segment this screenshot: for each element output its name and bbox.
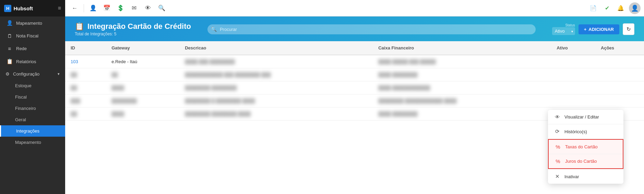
col-gateway: Gateway bbox=[106, 41, 179, 55]
sidebar-item-mapeamento2[interactable]: Mapeamento bbox=[0, 137, 65, 148]
sidebar-item-label: Configuração bbox=[13, 71, 39, 77]
cell-gateway: ████████ bbox=[106, 94, 179, 107]
sidebar-item-estoque[interactable]: Estoque bbox=[0, 80, 65, 91]
col-acoes: Ações bbox=[595, 41, 644, 55]
sidebar-item-configuracao[interactable]: ⚙ Configuração ▾ bbox=[0, 68, 65, 80]
page-header-title-area: 📋 Integração Cartão de Crédito Total de … bbox=[75, 22, 191, 36]
cell-caixa: ████ ████████ bbox=[373, 68, 551, 81]
add-button-label: ADICIONAR bbox=[588, 27, 614, 32]
search-area: 🔍 bbox=[207, 24, 536, 34]
cell-ativo bbox=[551, 68, 595, 81]
sidebar-item-label: Rede bbox=[16, 46, 27, 51]
table-row: 103 e.Rede - Itaú ████ ███ ████████ ████… bbox=[65, 55, 644, 68]
sidebar-item-rede[interactable]: ≡ Rede bbox=[0, 42, 65, 55]
cell-descricao: ████████ ████████ ████ bbox=[179, 107, 373, 121]
avatar[interactable]: 👤 bbox=[629, 2, 641, 14]
cell-gateway: ████ bbox=[106, 81, 179, 94]
percent-icon: % bbox=[555, 144, 561, 150]
search-input[interactable] bbox=[207, 24, 536, 34]
user-icon: 👤 bbox=[7, 20, 13, 26]
table-header-row: ID Gateway Descricao Caixa Financeiro At… bbox=[65, 41, 644, 55]
menu-item-historicos[interactable]: ⟳ Histórico(s) bbox=[548, 124, 623, 139]
toolbar-calendar-icon[interactable]: 📅 bbox=[100, 2, 113, 14]
toolbar-document-icon[interactable]: 📄 bbox=[588, 3, 599, 14]
sidebar-item-mapeamento1[interactable]: 👤 Mapeamento bbox=[0, 16, 65, 30]
hamburger-icon[interactable]: ≡ bbox=[58, 5, 61, 11]
toolbar-check-icon[interactable]: ✔ bbox=[601, 3, 612, 14]
page-subtitle: Total de Integrações: 5 bbox=[75, 32, 191, 36]
menu-label-visualizar: Visualizar / Editar bbox=[564, 114, 599, 119]
cell-ativo bbox=[551, 94, 595, 107]
sidebar-header: H Hubsoft ≡ bbox=[0, 0, 65, 16]
add-button[interactable]: + ADICIONAR bbox=[579, 24, 619, 34]
page-icon: 📋 bbox=[75, 22, 84, 31]
toolbar-bell-icon[interactable]: 🔔 bbox=[615, 3, 626, 14]
status-label-area: Status Ativo Inativo Todos ▾ bbox=[552, 23, 575, 35]
table-container: ID Gateway Descricao Caixa Financeiro At… bbox=[65, 41, 644, 194]
relatorios-icon: 📋 bbox=[7, 58, 13, 65]
sidebar-item-integracoes[interactable]: Integrações bbox=[0, 125, 65, 137]
sidebar-item-label: Relatórios bbox=[16, 59, 36, 64]
menu-item-juros-cartao[interactable]: % Juros do Cartão bbox=[549, 154, 623, 168]
toolbar-user-icon[interactable]: 👤 bbox=[87, 2, 99, 14]
toolbar: ← 👤 📅 💲 ✉ 👁 🔍 📄 ✔ 🔔 👤 bbox=[65, 0, 644, 16]
menu-label-inativar: Inativar bbox=[564, 174, 579, 179]
sidebar-logo: H Hubsoft bbox=[4, 5, 33, 12]
sidebar-item-label: Mapeamento bbox=[16, 21, 42, 26]
plus-icon: + bbox=[584, 27, 587, 32]
refresh-button[interactable]: ↻ bbox=[623, 23, 634, 35]
col-descricao: Descricao bbox=[179, 41, 373, 55]
toolbar-eye-icon[interactable]: 👁 bbox=[142, 2, 154, 14]
toolbar-right: 📄 ✔ 🔔 👤 bbox=[588, 2, 641, 14]
cell-id: ██ bbox=[65, 68, 106, 81]
cell-descricao: ████ ███ ████████ bbox=[179, 55, 373, 68]
cell-caixa: ████████ ████████████ ████ bbox=[373, 94, 551, 107]
col-id: ID bbox=[65, 41, 106, 55]
percent-icon2: % bbox=[555, 158, 561, 164]
cell-caixa: ████ █████ ███ █████ bbox=[373, 55, 551, 68]
status-select[interactable]: Ativo Inativo Todos bbox=[552, 27, 575, 35]
logo-text: Hubsoft bbox=[13, 5, 33, 11]
menu-item-inativar[interactable]: ✕ Inativar bbox=[548, 169, 623, 184]
eye-icon: 👁 bbox=[554, 114, 560, 120]
search-icon: 🔍 bbox=[211, 26, 217, 32]
cell-id: ██ bbox=[65, 107, 106, 121]
table-row: ██ ██ ████████████ ███ ████████ ███ ████… bbox=[65, 68, 644, 81]
toolbar-email-icon[interactable]: ✉ bbox=[128, 2, 140, 14]
cell-caixa: ████ ████████████ bbox=[373, 81, 551, 94]
chevron-down-icon: ▾ bbox=[58, 72, 60, 76]
toolbar-separator bbox=[84, 4, 84, 12]
cell-descricao: ████████ █ ████████ ████ bbox=[179, 94, 373, 107]
menu-label-juros: Juros do Cartão bbox=[565, 159, 597, 164]
cell-descricao: ████████████ ███ ████████ ███ bbox=[179, 68, 373, 81]
page-header: 📋 Integração Cartão de Crédito Total de … bbox=[65, 16, 644, 41]
cell-gateway: ██ bbox=[106, 68, 179, 81]
integrations-table: ID Gateway Descricao Caixa Financeiro At… bbox=[65, 41, 644, 121]
menu-item-taxas-cartao[interactable]: % Taxas do Cartão bbox=[549, 140, 623, 154]
sidebar-item-geral[interactable]: Geral bbox=[0, 114, 65, 125]
back-button[interactable]: ← bbox=[69, 2, 81, 14]
toolbar-money-icon[interactable]: 💲 bbox=[114, 2, 127, 14]
cell-acoes bbox=[595, 55, 644, 68]
col-ativo: Ativo bbox=[551, 41, 595, 55]
cell-gateway: e.Rede - Itaú bbox=[106, 55, 179, 68]
cell-acoes bbox=[595, 81, 644, 94]
table-row: ███ ████████ ████████ █ ████████ ████ ██… bbox=[65, 94, 644, 107]
sidebar-item-fiscal[interactable]: Fiscal bbox=[0, 91, 65, 103]
cell-acoes bbox=[595, 68, 644, 81]
page-header-title: 📋 Integração Cartão de Crédito bbox=[75, 22, 191, 31]
menu-item-visualizar-editar[interactable]: 👁 Visualizar / Editar bbox=[548, 110, 623, 124]
sidebar-item-nota-fiscal[interactable]: 🗒 Nota Fiscal bbox=[0, 30, 65, 42]
toolbar-search-icon[interactable]: 🔍 bbox=[155, 2, 168, 14]
menu-label-historicos: Histórico(s) bbox=[564, 129, 587, 134]
header-right: Status Ativo Inativo Todos ▾ + ADICIONAR… bbox=[552, 23, 634, 35]
table-row: ██ ████ ████████ ████████ ████ █████████… bbox=[65, 81, 644, 94]
sidebar-item-financeiro[interactable]: Financeiro bbox=[0, 103, 65, 114]
rede-icon: ≡ bbox=[7, 46, 13, 52]
sidebar: H Hubsoft ≡ 👤 Mapeamento 🗒 Nota Fiscal ≡… bbox=[0, 0, 65, 194]
cell-id: ███ bbox=[65, 94, 106, 107]
sidebar-item-relatorios[interactable]: 📋 Relatórios bbox=[0, 55, 65, 68]
cell-gateway: ████ bbox=[106, 107, 179, 121]
config-icon: ⚙ bbox=[5, 71, 10, 77]
context-menu: 👁 Visualizar / Editar ⟳ Histórico(s) % T… bbox=[548, 110, 623, 184]
